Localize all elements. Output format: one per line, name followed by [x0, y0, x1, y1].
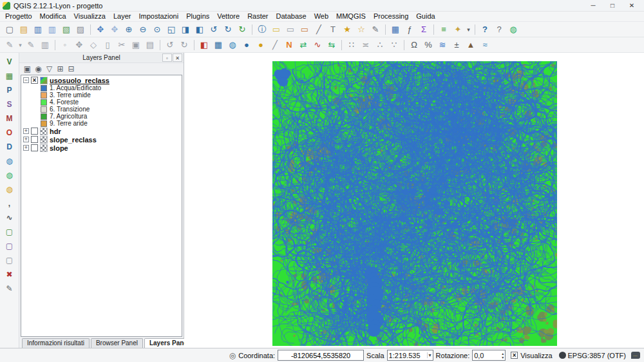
- menu-vettore[interactable]: Vettore: [213, 12, 243, 21]
- undo-icon[interactable]: ↺: [164, 39, 176, 52]
- layer-tree[interactable]: − × usosuolo_reclass 1. Acqua/Edificato …: [21, 75, 182, 337]
- menu-plugins[interactable]: Plugins: [182, 12, 213, 21]
- current-edits-menu-icon[interactable]: ▾: [17, 39, 23, 52]
- hydrology-icon[interactable]: ≈: [478, 39, 491, 52]
- save-as-image-icon[interactable]: ▧: [60, 23, 73, 36]
- coordinate-input[interactable]: [278, 350, 364, 361]
- refresh-map-icon[interactable]: ↻: [236, 23, 249, 36]
- new-spatialite-layer-icon[interactable]: ▢: [3, 240, 16, 252]
- new-shapefile-layer-icon[interactable]: ▢: [3, 225, 16, 238]
- add-delimited-text-layer-icon[interactable]: ,: [3, 197, 16, 210]
- render-checkbox[interactable]: ×: [511, 352, 518, 359]
- layer-name[interactable]: usosuolo_reclass: [50, 77, 109, 84]
- layer-list-icon[interactable]: ≡: [437, 23, 450, 36]
- layer-name[interactable]: hdr: [50, 128, 61, 135]
- spin-arrows[interactable]: ▴ ▾: [502, 352, 504, 359]
- georeferencer-icon[interactable]: ●: [254, 39, 267, 52]
- relations-icon[interactable]: ∵: [388, 39, 401, 52]
- zoom-last-icon[interactable]: ↺: [207, 23, 220, 36]
- menu-mmqgis[interactable]: MMQGIS: [332, 12, 370, 21]
- menu-database[interactable]: Database: [272, 12, 310, 21]
- add-wcs-layer-icon[interactable]: ◍: [3, 169, 16, 182]
- help-contents-icon[interactable]: ?: [478, 23, 491, 36]
- menu-processing[interactable]: Processing: [370, 12, 412, 21]
- add-wfs-layer-icon[interactable]: ◍: [3, 183, 16, 196]
- layer-checkbox[interactable]: [31, 128, 38, 135]
- layer-row-active[interactable]: − × usosuolo_reclass: [21, 76, 182, 84]
- menu-progetto[interactable]: Progetto: [1, 12, 36, 21]
- mmqgis-grid-icon[interactable]: ▦: [212, 39, 225, 52]
- layer-checkbox[interactable]: [31, 144, 38, 151]
- paste-features-icon[interactable]: ▤: [144, 39, 156, 52]
- add-mssql-layer-icon[interactable]: M: [3, 112, 16, 125]
- remove-layer-icon[interactable]: ✖: [3, 268, 16, 281]
- expand-all-icon[interactable]: ⊞: [55, 64, 66, 74]
- expand-icon[interactable]: +: [23, 145, 29, 151]
- metasearch-icon[interactable]: ◍: [507, 23, 520, 36]
- statistical-summary-icon[interactable]: Σ: [417, 23, 430, 36]
- zoom-full-icon[interactable]: ◱: [165, 23, 178, 36]
- map-tips-icon[interactable]: T: [327, 23, 339, 36]
- omega-icon[interactable]: Ω: [408, 39, 421, 52]
- percent-icon[interactable]: %: [422, 39, 435, 52]
- select-by-expression-icon[interactable]: ▭: [298, 23, 311, 36]
- save-project-icon[interactable]: ▥: [32, 23, 44, 36]
- crs-status[interactable]: EPSG:3857 (OTF): [559, 352, 626, 359]
- close-panel-icon[interactable]: ✕: [173, 53, 182, 62]
- current-edits-icon[interactable]: ✎: [3, 39, 16, 52]
- raster-calculator-icon[interactable]: ±: [450, 39, 463, 52]
- scale-combo[interactable]: 1:219.535 ▾: [387, 350, 433, 361]
- map-raster[interactable]: [272, 61, 557, 346]
- layer-checkbox[interactable]: [31, 136, 38, 143]
- layer-name[interactable]: slope: [50, 144, 68, 152]
- chevron-down-icon[interactable]: ▾: [427, 352, 431, 358]
- add-raster-layer-icon[interactable]: ▦: [3, 70, 16, 82]
- new-project-icon[interactable]: ▢: [3, 23, 16, 36]
- menu-layer[interactable]: Layer: [109, 12, 135, 21]
- close-button[interactable]: ✕: [622, 0, 641, 11]
- manage-visibility-icon[interactable]: ◉: [33, 64, 44, 74]
- zoom-next-icon[interactable]: ↻: [222, 23, 234, 36]
- web-globe-icon[interactable]: ◍: [226, 39, 239, 52]
- message-log-icon[interactable]: …: [631, 352, 640, 359]
- tab-informazioni-risultati[interactable]: Informazioni risultati: [22, 338, 90, 348]
- add-postgis-layer-icon[interactable]: P: [3, 84, 16, 97]
- measure-line-icon[interactable]: ╱: [312, 23, 325, 36]
- interpolation-icon[interactable]: ≋: [436, 39, 449, 52]
- show-bookmarks-icon[interactable]: ☆: [355, 23, 368, 36]
- new-bookmark-icon[interactable]: ★: [341, 23, 354, 36]
- new-print-composer-icon[interactable]: ▨: [74, 23, 87, 36]
- menu-modifica[interactable]: Modifica: [36, 12, 70, 21]
- menu-raster[interactable]: Raster: [243, 12, 272, 21]
- delete-selected-icon[interactable]: ▯: [101, 39, 114, 52]
- network-analysis-icon[interactable]: ∴: [374, 39, 386, 52]
- point-sampling-icon[interactable]: ⇄: [297, 39, 310, 52]
- terrain-analysis-icon[interactable]: ▲: [464, 39, 477, 52]
- layer-row[interactable]: + hdr: [21, 127, 182, 135]
- add-feature-icon[interactable]: ◦: [59, 39, 71, 52]
- open-attribute-table-icon[interactable]: ▦: [389, 23, 402, 36]
- expand-icon[interactable]: +: [23, 128, 29, 134]
- node-tool-icon[interactable]: ◇: [87, 39, 100, 52]
- collapse-icon[interactable]: −: [23, 77, 29, 83]
- whats-this-icon[interactable]: ?: [493, 23, 506, 36]
- text-annotation-icon[interactable]: ✎: [369, 23, 382, 36]
- layer-row[interactable]: + slope_reclass: [21, 135, 182, 144]
- menu-impostazioni[interactable]: Impostazioni: [135, 12, 182, 21]
- plugin-layer-icon[interactable]: ◧: [198, 39, 211, 52]
- rotation-spinbox[interactable]: 0,0 ▴ ▾: [472, 350, 506, 361]
- topology-checker-icon[interactable]: ≍: [359, 39, 372, 52]
- layers-panel-titlebar[interactable]: Layers Panel ▫ ✕: [19, 53, 184, 63]
- zoom-actual-icon[interactable]: ⊙: [151, 23, 164, 36]
- add-vector-layer-icon[interactable]: V: [3, 55, 16, 68]
- add-gpx-layer-icon[interactable]: ∿: [3, 211, 16, 224]
- move-feature-icon[interactable]: ✥: [73, 39, 86, 52]
- add-oracle-layer-icon[interactable]: O: [3, 126, 16, 139]
- add-annotation-icon[interactable]: ✦: [451, 23, 464, 36]
- toggle-editing-icon[interactable]: ✎: [24, 39, 37, 52]
- layer-style-icon[interactable]: ✎: [3, 282, 16, 295]
- spatial-join-icon[interactable]: ⇆: [325, 39, 338, 52]
- menu-guida[interactable]: Guida: [412, 12, 439, 21]
- redo-icon[interactable]: ↻: [178, 39, 191, 52]
- zoom-to-layer-icon[interactable]: ◧: [193, 23, 206, 36]
